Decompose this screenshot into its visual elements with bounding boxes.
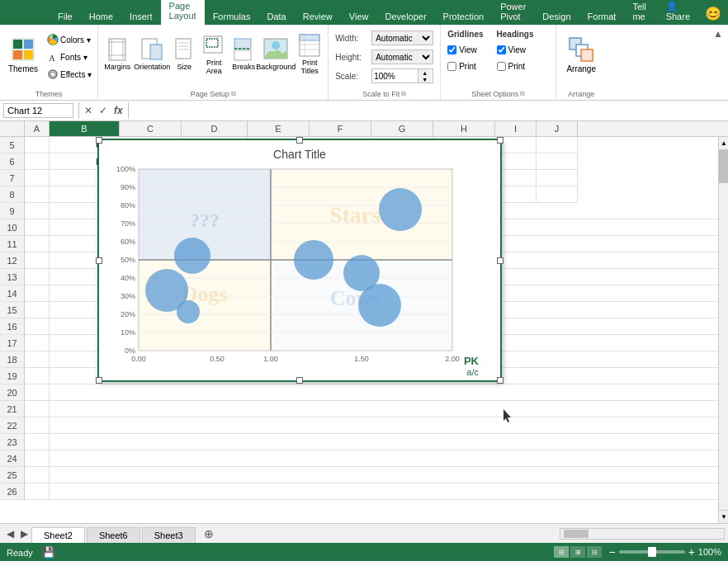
print-titles-button[interactable]: Print Titles <box>295 28 324 81</box>
size-icon <box>174 37 194 62</box>
vertical-scrollbar[interactable]: ▲ ▼ <box>718 137 728 523</box>
scroll-down-btn[interactable]: ▼ <box>719 510 728 523</box>
sheet-tab-sheet2[interactable]: Sheet2 <box>31 527 85 543</box>
ribbon-tabs-bar: File Home Insert Page Layout Formulas Da… <box>0 0 728 25</box>
cell-a7[interactable] <box>25 170 50 186</box>
power-pivot-tab[interactable]: Power Pivot <box>492 0 534 25</box>
svg-rect-1 <box>13 40 22 49</box>
arrange-content: Arrange <box>560 26 603 81</box>
svg-rect-24 <box>234 50 251 60</box>
svg-point-74 <box>358 284 401 327</box>
confirm-formula-button[interactable]: ✓ <box>96 105 111 116</box>
formula-input[interactable] <box>130 106 728 116</box>
col-header-g[interactable]: G <box>371 121 433 136</box>
insert-function-button[interactable]: fx <box>111 105 126 116</box>
svg-text:0.00: 0.00 <box>131 355 146 363</box>
scale-down-btn[interactable]: ▼ <box>418 76 431 82</box>
cancel-formula-button[interactable]: ✕ <box>81 105 96 116</box>
ready-text: Ready <box>7 548 33 558</box>
scale-up-btn[interactable]: ▲ <box>418 69 431 76</box>
margins-button[interactable]: Margins <box>102 28 133 81</box>
col-header-i[interactable]: I <box>495 121 537 136</box>
col-header-h[interactable]: H <box>433 121 495 136</box>
view-headings-checkbox[interactable] <box>497 45 506 54</box>
scale-label: Scale: <box>335 72 368 81</box>
orientation-label: Orientation <box>134 64 170 72</box>
horizontal-scrollbar[interactable] <box>560 528 725 540</box>
sheet-options-label: Sheet Options ⧉ <box>441 90 555 98</box>
cell-j7[interactable] <box>537 170 578 186</box>
col-header-b[interactable]: B <box>50 121 120 136</box>
view-gridlines-checkbox[interactable] <box>447 45 456 54</box>
col-header-c[interactable]: C <box>120 121 182 136</box>
normal-view-btn[interactable]: ⊟ <box>554 546 569 558</box>
nav-next-btn[interactable]: ▶ <box>17 528 31 540</box>
breaks-button[interactable]: Breaks <box>230 28 257 81</box>
print-headings-checkbox[interactable] <box>497 62 506 71</box>
cell-a5[interactable] <box>25 137 50 153</box>
cell-j5[interactable] <box>537 137 578 153</box>
col-header-j[interactable]: J <box>537 121 578 136</box>
format-tab[interactable]: Format <box>579 8 625 25</box>
insert-tab[interactable]: Insert <box>121 8 161 25</box>
svg-text:1.50: 1.50 <box>354 355 369 363</box>
fonts-label: Fonts ▾ <box>60 53 87 62</box>
share-tab[interactable]: 👤 Share <box>658 0 698 25</box>
cell-a8[interactable] <box>25 186 50 203</box>
add-sheet-btn[interactable]: ⊕ <box>197 525 220 543</box>
formulas-tab[interactable]: Formulas <box>205 8 259 25</box>
chart-container[interactable]: Chart Title 0% <box>97 139 502 382</box>
colors-button[interactable]: Colors ▾ <box>45 31 94 48</box>
page-layout-view-btn[interactable]: ⊞ <box>570 546 585 558</box>
data-tab[interactable]: Data <box>258 8 294 25</box>
page-break-view-btn[interactable]: ⊟ <box>587 546 602 558</box>
print-area-button[interactable]: Print Area <box>199 28 229 81</box>
effects-button[interactable]: Effects ▾ <box>45 66 94 82</box>
margins-icon <box>106 37 129 62</box>
col-header-d[interactable]: D <box>182 121 248 136</box>
design-tab[interactable]: Design <box>534 8 579 25</box>
zoom-out-btn[interactable]: − <box>608 545 615 559</box>
nav-prev-btn[interactable]: ◀ <box>3 528 17 540</box>
width-row: Width: Automatic 1 page 2 pages <box>335 30 433 46</box>
col-header-f[interactable]: F <box>310 121 371 136</box>
print-gridlines-checkbox[interactable] <box>447 62 456 71</box>
tell-me-tab[interactable]: 🔍 Tell me <box>624 0 657 25</box>
scroll-up-btn[interactable]: ▲ <box>719 137 728 150</box>
row-num-19: 19 <box>0 368 25 384</box>
cell-a6[interactable] <box>25 153 50 170</box>
themes-button[interactable]: Themes <box>3 28 43 81</box>
orientation-button[interactable]: Orientation <box>135 28 169 81</box>
home-tab[interactable]: Home <box>81 8 121 25</box>
background-button[interactable]: Background <box>258 28 293 81</box>
col-header-e[interactable]: E <box>248 121 310 136</box>
developer-tab[interactable]: Developer <box>376 8 434 25</box>
zoom-slider[interactable] <box>619 550 685 554</box>
page-layout-tab[interactable]: Page Layout <box>161 0 205 25</box>
svg-text:10%: 10% <box>121 328 135 337</box>
size-button[interactable]: Size <box>171 28 197 81</box>
ribbon-collapse-btn[interactable]: ▲ <box>708 26 728 41</box>
height-label: Height: <box>335 53 368 62</box>
zoom-in-btn[interactable]: + <box>688 545 695 559</box>
sheet-options-group: Gridlines View Print Headings View <box>441 25 556 100</box>
width-select[interactable]: Automatic 1 page 2 pages <box>371 31 433 45</box>
view-tab[interactable]: View <box>341 8 377 25</box>
scale-input[interactable] <box>372 69 418 82</box>
cell-j6[interactable] <box>537 153 578 170</box>
cell-j8[interactable] <box>537 186 578 203</box>
protection-tab[interactable]: Protection <box>435 8 493 25</box>
review-tab[interactable]: Review <box>295 8 341 25</box>
height-select[interactable]: Automatic 1 page <box>371 50 433 64</box>
name-box[interactable] <box>3 103 73 118</box>
sheet-tab-sheet6[interactable]: Sheet6 <box>87 527 140 543</box>
sheet-tab-sheet3[interactable]: Sheet3 <box>142 527 196 543</box>
fonts-button[interactable]: A Fonts ▾ <box>45 49 94 65</box>
scroll-thumb[interactable] <box>719 150 728 183</box>
col-header-a[interactable]: A <box>25 121 50 136</box>
row-num-17: 17 <box>0 335 25 351</box>
svg-text:0.50: 0.50 <box>210 355 225 363</box>
spreadsheet-area: A B C D E F G H I J 5 6 7 8 9 10 11 12 1… <box>0 121 728 523</box>
file-tab[interactable]: File <box>50 8 81 25</box>
arrange-button[interactable]: Arrange <box>560 28 603 81</box>
